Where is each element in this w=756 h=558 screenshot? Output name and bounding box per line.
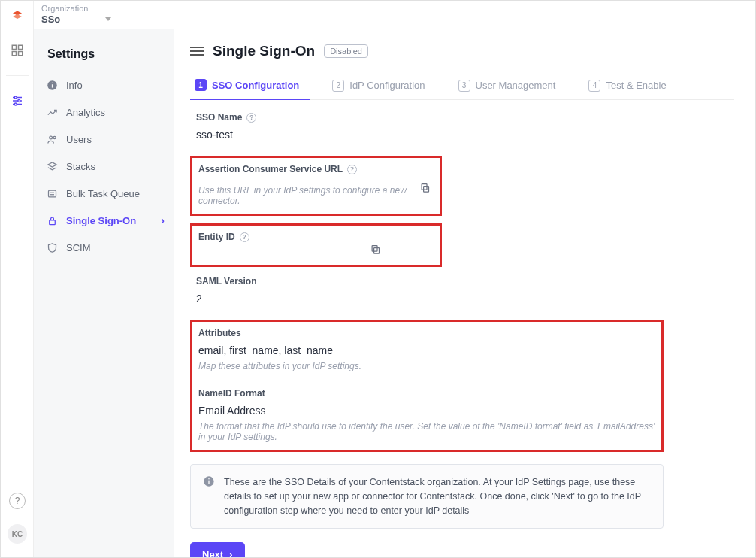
- svg-rect-26: [208, 478, 209, 479]
- avatar[interactable]: KC: [8, 524, 27, 544]
- analytics-icon: [46, 106, 58, 118]
- info-icon: [203, 475, 215, 517]
- info-text: These are the SSO Details of your Conten…: [224, 475, 651, 517]
- rail-apps-icon[interactable]: [9, 42, 26, 59]
- svg-point-14: [53, 136, 56, 138]
- menu-icon[interactable]: [190, 47, 204, 56]
- tab-sso-configuration[interactable]: 1SSO Configuration: [190, 73, 310, 100]
- svg-rect-0: [12, 45, 16, 49]
- field-attributes-nameid: Attributes email, first_name, last_name …: [190, 320, 664, 452]
- org-name: SSo: [41, 14, 60, 25]
- copy-icon[interactable]: [419, 182, 431, 196]
- logo-icon: [11, 10, 24, 26]
- shield-icon: [46, 241, 58, 253]
- svg-point-8: [17, 100, 20, 102]
- tab-number: 2: [332, 80, 344, 92]
- chevron-down-icon: [105, 17, 111, 21]
- field-label: SAML Version: [196, 276, 256, 287]
- field-label: SSO Name: [196, 112, 242, 123]
- field-value: email, first_name, last_name: [198, 338, 655, 356]
- sidebar-item-stacks[interactable]: Stacks: [34, 153, 174, 180]
- status-badge: Disabled: [324, 44, 368, 58]
- copy-icon[interactable]: [370, 244, 381, 257]
- info-panel: These are the SSO Details of your Conten…: [190, 464, 664, 529]
- help-tooltip-icon[interactable]: ?: [240, 232, 249, 242]
- lock-icon: [46, 214, 58, 226]
- sidebar-title: Settings: [34, 43, 174, 71]
- svg-rect-19: [49, 220, 55, 224]
- field-value: [198, 174, 434, 180]
- tab-idp-configuration[interactable]: 2IdP Configuration: [328, 73, 435, 99]
- tab-number: 1: [195, 79, 207, 91]
- sidebar-item-users[interactable]: Users: [34, 126, 174, 153]
- tab-number: 4: [588, 80, 600, 92]
- svg-rect-3: [18, 52, 22, 56]
- info-icon: [46, 79, 58, 91]
- content: Single Sign-On Disabled 1SSO Configurati…: [174, 29, 755, 557]
- svg-rect-11: [51, 84, 52, 87]
- field-label: Assertion Consumer Service URL: [198, 164, 343, 174]
- page-title: Single Sign-On: [213, 43, 315, 59]
- svg-rect-2: [12, 52, 16, 56]
- field-label: NameID Format: [198, 388, 265, 399]
- help-tooltip-icon[interactable]: ?: [347, 165, 357, 174]
- field-value: [198, 242, 434, 257]
- svg-point-13: [49, 136, 52, 139]
- next-button-label: Next: [202, 549, 223, 557]
- org-selector[interactable]: SSo: [41, 14, 111, 25]
- tab-label: IdP Configuration: [349, 80, 425, 91]
- left-rail: ? KC: [1, 1, 34, 557]
- tab-number: 3: [458, 80, 470, 92]
- svg-point-9: [14, 103, 17, 105]
- field-sso-name: SSO Name? sso-test: [190, 111, 734, 148]
- chevron-right-icon: ›: [161, 214, 165, 226]
- stacks-icon: [46, 160, 58, 172]
- sidebar-item-bulk-task-queue[interactable]: Bulk Task Queue: [34, 180, 174, 207]
- field-label: Attributes: [198, 328, 241, 338]
- topbar: Organization SSo: [34, 1, 755, 29]
- tab-label: SSO Configuration: [212, 80, 299, 91]
- sidebar-item-analytics[interactable]: Analytics: [34, 99, 174, 126]
- sidebar-item-label: Single Sign-On: [66, 215, 136, 226]
- next-button[interactable]: Next ›: [190, 542, 245, 557]
- settings-sidebar: Settings Info Analytics Users Stacks: [34, 29, 174, 557]
- org-label: Organization: [41, 4, 748, 13]
- field-saml-version: SAML Version 2: [190, 270, 734, 312]
- field-label: Entity ID: [198, 232, 235, 242]
- sidebar-item-label: Stacks: [66, 161, 95, 172]
- svg-rect-1: [18, 45, 22, 49]
- rail-separator: [6, 75, 29, 76]
- sidebar-item-label: Users: [66, 134, 92, 145]
- svg-rect-12: [51, 82, 52, 83]
- svg-point-7: [14, 96, 17, 99]
- helper-text: The format that the IdP should use to id…: [198, 417, 655, 442]
- rail-settings-icon[interactable]: [9, 92, 26, 109]
- sidebar-item-scim[interactable]: SCIM: [34, 234, 174, 261]
- tab-user-management[interactable]: 3User Management: [454, 73, 567, 99]
- svg-rect-25: [208, 481, 209, 484]
- field-acs-url: Assertion Consumer Service URL? Use this…: [190, 156, 442, 216]
- field-value: sso-test: [196, 123, 734, 141]
- field-value: Email Address: [198, 399, 655, 417]
- sidebar-item-label: Analytics: [66, 107, 105, 118]
- field-value: 2: [196, 287, 734, 305]
- sidebar-item-label: Bulk Task Queue: [66, 188, 140, 199]
- sidebar-item-label: SCIM: [66, 242, 91, 253]
- svg-rect-16: [48, 190, 56, 197]
- users-icon: [46, 133, 58, 145]
- field-entity-id: Entity ID?: [190, 223, 442, 267]
- sidebar-item-label: Info: [66, 80, 83, 91]
- helper-text: Map these attributes in your IdP setting…: [198, 356, 655, 371]
- helper-text: Use this URL in your IdP settings to con…: [198, 180, 434, 206]
- tab-test-enable[interactable]: 4Test & Enable: [584, 73, 676, 99]
- sidebar-item-single-sign-on[interactable]: Single Sign-On ›: [34, 207, 174, 234]
- help-icon[interactable]: ?: [9, 493, 26, 509]
- help-tooltip-icon[interactable]: ?: [246, 113, 256, 123]
- sidebar-item-info[interactable]: Info: [34, 71, 174, 99]
- chevron-right-icon: ›: [229, 549, 232, 557]
- tab-label: User Management: [476, 80, 556, 91]
- svg-marker-15: [47, 162, 56, 166]
- tab-label: Test & Enable: [606, 80, 666, 91]
- queue-icon: [46, 187, 58, 199]
- tabs: 1SSO Configuration 2IdP Configuration 3U…: [190, 73, 734, 100]
